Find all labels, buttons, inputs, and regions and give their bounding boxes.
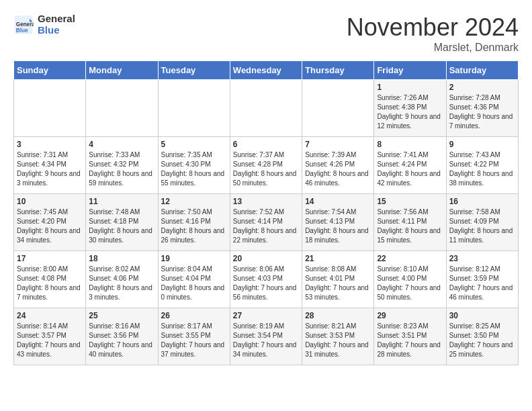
day-info: Sunrise: 8:06 AM Sunset: 4:03 PM Dayligh… <box>233 265 299 302</box>
calendar-cell: 15Sunrise: 7:56 AM Sunset: 4:11 PM Dayli… <box>374 194 446 251</box>
day-info: Sunrise: 8:04 AM Sunset: 4:04 PM Dayligh… <box>161 265 227 302</box>
day-number: 26 <box>161 311 227 320</box>
title-block: November 2024 Marslet, Denmark <box>347 13 519 54</box>
calendar-cell: 11Sunrise: 7:48 AM Sunset: 4:18 PM Dayli… <box>86 194 158 251</box>
calendar-cell: 18Sunrise: 8:02 AM Sunset: 4:06 PM Dayli… <box>86 251 158 308</box>
day-info: Sunrise: 8:16 AM Sunset: 3:56 PM Dayligh… <box>89 322 154 359</box>
calendar-cell <box>230 80 302 137</box>
day-info: Sunrise: 8:17 AM Sunset: 3:55 PM Dayligh… <box>161 322 227 359</box>
day-number: 22 <box>377 254 443 263</box>
calendar-cell: 4Sunrise: 7:33 AM Sunset: 4:32 PM Daylig… <box>86 137 158 194</box>
logo-line2: Blue <box>38 25 75 36</box>
calendar-cell <box>14 80 86 137</box>
day-info: Sunrise: 7:56 AM Sunset: 4:11 PM Dayligh… <box>377 208 443 245</box>
calendar-cell: 10Sunrise: 7:45 AM Sunset: 4:20 PM Dayli… <box>14 194 86 251</box>
day-info: Sunrise: 8:23 AM Sunset: 3:51 PM Dayligh… <box>377 322 443 359</box>
day-number: 29 <box>377 311 443 320</box>
day-number: 18 <box>89 254 154 263</box>
calendar-cell: 7Sunrise: 7:39 AM Sunset: 4:26 PM Daylig… <box>302 137 374 194</box>
calendar-cell: 6Sunrise: 7:37 AM Sunset: 4:28 PM Daylig… <box>230 137 302 194</box>
logo-line1: General <box>38 13 75 25</box>
day-number: 12 <box>161 197 227 206</box>
col-saturday: Saturday <box>446 61 518 80</box>
day-number: 8 <box>377 140 443 149</box>
calendar-week-2: 3Sunrise: 7:31 AM Sunset: 4:34 PM Daylig… <box>14 137 519 194</box>
day-info: Sunrise: 7:35 AM Sunset: 4:30 PM Dayligh… <box>161 150 227 188</box>
day-info: Sunrise: 7:45 AM Sunset: 4:20 PM Dayligh… <box>17 208 83 245</box>
day-number: 5 <box>161 140 227 149</box>
day-number: 13 <box>233 197 299 206</box>
day-number: 17 <box>17 254 83 263</box>
day-info: Sunrise: 7:26 AM Sunset: 4:38 PM Dayligh… <box>377 93 443 131</box>
calendar-cell: 29Sunrise: 8:23 AM Sunset: 3:51 PM Dayli… <box>374 308 446 365</box>
calendar-cell: 19Sunrise: 8:04 AM Sunset: 4:04 PM Dayli… <box>158 251 230 308</box>
day-number: 23 <box>449 254 515 263</box>
calendar-cell: 20Sunrise: 8:06 AM Sunset: 4:03 PM Dayli… <box>230 251 302 308</box>
calendar-week-4: 17Sunrise: 8:00 AM Sunset: 4:08 PM Dayli… <box>14 251 519 308</box>
svg-text:Blue: Blue <box>16 27 28 33</box>
day-number: 16 <box>449 197 515 206</box>
calendar-cell <box>302 80 374 137</box>
day-info: Sunrise: 8:21 AM Sunset: 3:53 PM Dayligh… <box>305 322 371 359</box>
day-number: 9 <box>449 140 515 149</box>
calendar-cell: 14Sunrise: 7:54 AM Sunset: 4:13 PM Dayli… <box>302 194 374 251</box>
calendar-cell: 5Sunrise: 7:35 AM Sunset: 4:30 PM Daylig… <box>158 137 230 194</box>
month-title: November 2024 <box>347 13 519 42</box>
calendar-week-1: 1Sunrise: 7:26 AM Sunset: 4:38 PM Daylig… <box>14 80 519 137</box>
calendar-cell: 1Sunrise: 7:26 AM Sunset: 4:38 PM Daylig… <box>374 80 446 137</box>
calendar-cell: 23Sunrise: 8:12 AM Sunset: 3:59 PM Dayli… <box>446 251 518 308</box>
calendar-cell: 30Sunrise: 8:25 AM Sunset: 3:50 PM Dayli… <box>446 308 518 365</box>
day-number: 30 <box>449 311 515 320</box>
calendar-cell: 27Sunrise: 8:19 AM Sunset: 3:54 PM Dayli… <box>230 308 302 365</box>
calendar-cell: 22Sunrise: 8:10 AM Sunset: 4:00 PM Dayli… <box>374 251 446 308</box>
day-info: Sunrise: 7:54 AM Sunset: 4:13 PM Dayligh… <box>305 208 371 245</box>
day-info: Sunrise: 7:43 AM Sunset: 4:22 PM Dayligh… <box>449 150 515 188</box>
col-friday: Friday <box>374 61 446 80</box>
day-info: Sunrise: 8:02 AM Sunset: 4:06 PM Dayligh… <box>89 265 154 302</box>
calendar-cell: 25Sunrise: 8:16 AM Sunset: 3:56 PM Dayli… <box>86 308 158 365</box>
day-info: Sunrise: 7:48 AM Sunset: 4:18 PM Dayligh… <box>89 208 154 245</box>
day-info: Sunrise: 7:41 AM Sunset: 4:24 PM Dayligh… <box>377 150 443 188</box>
page-container: General Blue General Blue November 2024 … <box>0 0 532 372</box>
calendar-cell <box>86 80 158 137</box>
calendar-week-5: 24Sunrise: 8:14 AM Sunset: 3:57 PM Dayli… <box>14 308 519 365</box>
logo: General Blue General Blue <box>13 13 75 36</box>
day-number: 27 <box>233 311 299 320</box>
calendar-cell: 17Sunrise: 8:00 AM Sunset: 4:08 PM Dayli… <box>14 251 86 308</box>
page-header: General Blue General Blue November 2024 … <box>13 13 519 54</box>
day-info: Sunrise: 7:31 AM Sunset: 4:34 PM Dayligh… <box>17 150 83 188</box>
col-sunday: Sunday <box>14 61 86 80</box>
calendar-cell: 2Sunrise: 7:28 AM Sunset: 4:36 PM Daylig… <box>446 80 518 137</box>
calendar-cell: 24Sunrise: 8:14 AM Sunset: 3:57 PM Dayli… <box>14 308 86 365</box>
day-info: Sunrise: 8:25 AM Sunset: 3:50 PM Dayligh… <box>449 322 515 359</box>
day-info: Sunrise: 8:12 AM Sunset: 3:59 PM Dayligh… <box>449 265 515 302</box>
day-number: 4 <box>89 140 154 149</box>
day-number: 14 <box>305 197 371 206</box>
day-info: Sunrise: 8:14 AM Sunset: 3:57 PM Dayligh… <box>17 322 83 359</box>
day-number: 20 <box>233 254 299 263</box>
location: Marslet, Denmark <box>347 42 519 54</box>
day-number: 3 <box>17 140 83 149</box>
day-info: Sunrise: 7:52 AM Sunset: 4:14 PM Dayligh… <box>233 208 299 245</box>
svg-text:General: General <box>16 21 34 27</box>
day-number: 10 <box>17 197 83 206</box>
logo-icon: General Blue <box>13 15 34 35</box>
calendar-cell: 13Sunrise: 7:52 AM Sunset: 4:14 PM Dayli… <box>230 194 302 251</box>
calendar-cell: 26Sunrise: 8:17 AM Sunset: 3:55 PM Dayli… <box>158 308 230 365</box>
day-number: 19 <box>161 254 227 263</box>
day-info: Sunrise: 7:37 AM Sunset: 4:28 PM Dayligh… <box>233 150 299 188</box>
day-number: 1 <box>377 83 443 92</box>
calendar-cell: 12Sunrise: 7:50 AM Sunset: 4:16 PM Dayli… <box>158 194 230 251</box>
calendar-cell: 9Sunrise: 7:43 AM Sunset: 4:22 PM Daylig… <box>446 137 518 194</box>
day-info: Sunrise: 7:50 AM Sunset: 4:16 PM Dayligh… <box>161 208 227 245</box>
day-info: Sunrise: 7:58 AM Sunset: 4:09 PM Dayligh… <box>449 208 515 245</box>
col-wednesday: Wednesday <box>230 61 302 80</box>
day-number: 25 <box>89 311 154 320</box>
calendar-week-3: 10Sunrise: 7:45 AM Sunset: 4:20 PM Dayli… <box>14 194 519 251</box>
calendar-cell: 21Sunrise: 8:08 AM Sunset: 4:01 PM Dayli… <box>302 251 374 308</box>
calendar-cell: 3Sunrise: 7:31 AM Sunset: 4:34 PM Daylig… <box>14 137 86 194</box>
day-number: 7 <box>305 140 371 149</box>
day-number: 6 <box>233 140 299 149</box>
day-number: 11 <box>89 197 154 206</box>
day-number: 28 <box>305 311 371 320</box>
